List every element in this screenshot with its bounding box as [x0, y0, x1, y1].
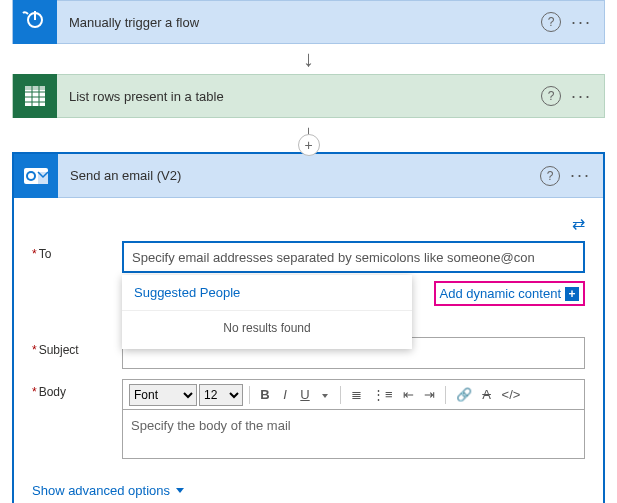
svg-rect-2 — [34, 11, 36, 20]
help-icon[interactable]: ? — [541, 86, 561, 106]
body-input[interactable]: Specify the body of the mail — [122, 409, 585, 459]
step-label: Manually trigger a flow — [57, 15, 541, 30]
bold-button[interactable]: B — [256, 385, 274, 404]
to-label: To — [32, 241, 122, 261]
step-send-email: Send an email (V2) ? ··· ⇄ To Specify em… — [12, 152, 605, 503]
add-step-button[interactable]: + — [298, 134, 320, 156]
email-title: Send an email (V2) — [58, 168, 540, 183]
size-select[interactable]: 12 — [199, 384, 243, 406]
help-icon[interactable]: ? — [541, 12, 561, 32]
arrow-icon: ↓ — [0, 44, 617, 74]
excel-icon — [13, 74, 57, 118]
arrow-icon: ↓ + — [0, 118, 617, 152]
to-row: To Specify email addresses separated by … — [32, 241, 585, 273]
dynamic-content-label: Add dynamic content — [440, 286, 561, 301]
svg-point-14 — [28, 173, 34, 179]
step-label: List rows present in a table — [57, 89, 541, 104]
body-row: Body Font 12 B I U ≣ ⋮≡ ⇤ ⇥ 🔗 — [32, 379, 585, 459]
step-list-rows[interactable]: List rows present in a table ? ··· — [12, 74, 605, 118]
rich-text-toolbar: Font 12 B I U ≣ ⋮≡ ⇤ ⇥ 🔗 A </> — [122, 379, 585, 409]
numbered-list-button[interactable]: ≣ — [347, 385, 366, 404]
subject-label: Subject — [32, 337, 122, 357]
svg-rect-5 — [25, 86, 45, 90]
indent-button[interactable]: ⇥ — [420, 385, 439, 404]
italic-button[interactable]: I — [276, 385, 294, 404]
suggested-title: Suggested People — [122, 275, 412, 310]
more-icon[interactable]: ··· — [571, 12, 592, 33]
svg-rect-0 — [13, 0, 57, 44]
clear-format-button[interactable]: A — [478, 385, 496, 404]
underline-button[interactable]: U — [296, 385, 314, 404]
swap-icon[interactable]: ⇄ — [32, 210, 585, 241]
to-input[interactable]: Specify email addresses separated by sem… — [122, 241, 585, 273]
font-select[interactable]: Font — [129, 384, 197, 406]
more-icon[interactable]: ··· — [570, 165, 591, 186]
plus-icon: + — [565, 287, 579, 301]
link-button[interactable]: 🔗 — [452, 385, 476, 404]
show-advanced-label: Show advanced options — [32, 483, 170, 498]
more-icon[interactable]: ··· — [571, 86, 592, 107]
email-header[interactable]: Send an email (V2) ? ··· — [14, 154, 603, 198]
suggested-people-dropdown: Suggested People No results found — [122, 275, 412, 349]
step-manual-trigger[interactable]: Manually trigger a flow ? ··· — [12, 0, 605, 44]
trigger-icon — [13, 0, 57, 44]
body-label: Body — [32, 379, 122, 399]
add-dynamic-content-highlight: Add dynamic content + — [434, 281, 585, 306]
help-icon[interactable]: ? — [540, 166, 560, 186]
more-format-button[interactable] — [316, 385, 334, 404]
bullet-list-button[interactable]: ⋮≡ — [368, 385, 397, 404]
show-advanced-button[interactable]: Show advanced options — [32, 469, 585, 503]
outdent-button[interactable]: ⇤ — [399, 385, 418, 404]
add-dynamic-content-button[interactable]: Add dynamic content + — [440, 286, 579, 301]
code-view-button[interactable]: </> — [498, 385, 525, 404]
outlook-icon — [14, 154, 58, 198]
chevron-down-icon — [176, 488, 184, 493]
no-results-text: No results found — [122, 311, 412, 349]
